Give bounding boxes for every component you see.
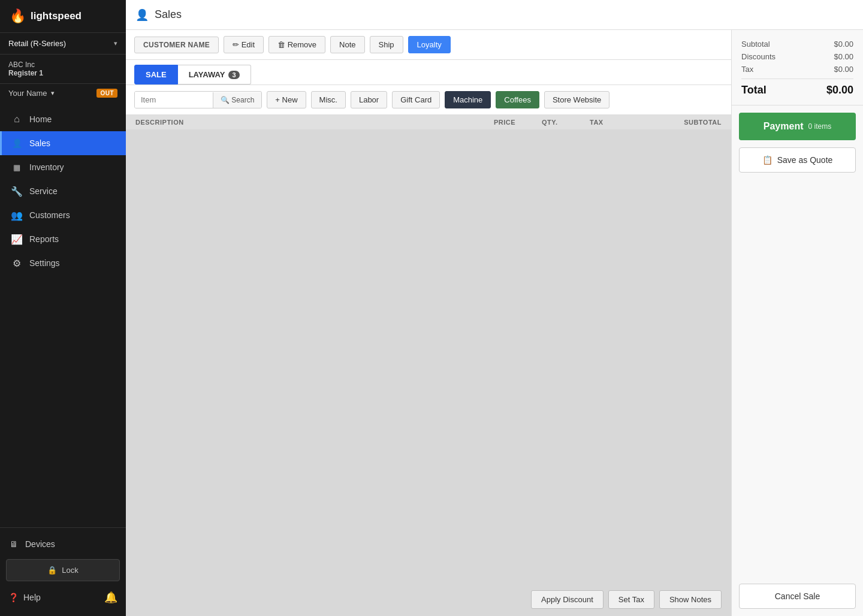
sidebar-bottom: 🖥 Devices 🔒 Lock ❓ Help 🔔 xyxy=(0,527,126,616)
subtotal-row: Subtotal $0.00 xyxy=(741,40,853,49)
set-tax-button[interactable]: Set Tax xyxy=(608,590,654,609)
devices-label: Devices xyxy=(25,539,55,549)
page-title: 👤 Sales xyxy=(135,8,182,22)
right-panel: Subtotal $0.00 Discounts $0.00 Tax $0.00… xyxy=(731,30,863,616)
tax-label: Tax xyxy=(741,65,753,74)
payment-label: Payment xyxy=(764,121,804,132)
save-quote-button[interactable]: 📋 Save as Quote xyxy=(739,147,856,173)
discounts-row: Discounts $0.00 xyxy=(741,52,853,61)
store-name: Retail (R-Series) xyxy=(8,39,66,48)
col-price: PRICE xyxy=(494,119,542,126)
right-spacer xyxy=(732,175,863,579)
note-button[interactable]: Note xyxy=(330,36,364,53)
devices-icon: 🖥 xyxy=(10,539,18,549)
sales-page-icon: 👤 xyxy=(135,8,149,22)
sidebar-help-row: ❓ Help 🔔 xyxy=(0,585,126,611)
coffees-button[interactable]: Coffees xyxy=(496,91,539,108)
content-area: CUSTOMER NAME ✏ Edit 🗑 Remove Note Ship … xyxy=(126,30,863,616)
misc-button[interactable]: Misc. xyxy=(311,91,346,108)
inventory-icon: ▦ xyxy=(11,162,22,173)
tab-sale[interactable]: SALE xyxy=(134,65,178,84)
layaway-label: LAYAWAY xyxy=(189,70,225,79)
sidebar-item-label: Home xyxy=(29,114,52,124)
payment-items-badge: 0 items xyxy=(808,122,832,131)
service-icon: 🔧 xyxy=(11,186,22,197)
sidebar-item-reports[interactable]: 📈 Reports xyxy=(0,227,126,251)
reports-icon: 📈 xyxy=(11,234,22,244)
total-value: $0.00 xyxy=(826,84,853,96)
subtotal-label: Subtotal xyxy=(741,40,770,49)
table-body xyxy=(126,129,731,583)
sidebar-item-sales[interactable]: 👤 Sales xyxy=(0,131,126,155)
sidebar-item-inventory[interactable]: ▦ Inventory xyxy=(0,155,126,179)
sidebar-item-label: Settings xyxy=(29,258,60,268)
cancel-sale-button[interactable]: Cancel Sale xyxy=(739,584,856,609)
sidebar-item-label: Reports xyxy=(29,234,59,244)
totals-section: Subtotal $0.00 Discounts $0.00 Tax $0.00… xyxy=(732,30,863,105)
lock-icon: 🔒 xyxy=(47,566,57,575)
item-input[interactable] xyxy=(135,92,213,108)
show-notes-button[interactable]: Show Notes xyxy=(659,590,722,609)
bottom-actions: Apply Discount Set Tax Show Notes xyxy=(126,583,731,616)
sidebar-item-home[interactable]: ⌂ Home xyxy=(0,107,126,131)
search-button[interactable]: 🔍 Search xyxy=(213,92,261,108)
sidebar-item-label: Sales xyxy=(29,138,50,148)
new-button[interactable]: + New xyxy=(267,91,306,108)
user-details: ABC Inc Register 1 xyxy=(8,61,43,77)
col-tax: TAX xyxy=(590,119,662,126)
sidebar-item-label: Service xyxy=(29,186,58,196)
store-selector[interactable]: Retail (R-Series) ▾ xyxy=(0,33,126,55)
notification-bell-icon[interactable]: 🔔 xyxy=(104,591,117,604)
edit-button[interactable]: ✏ Edit xyxy=(224,36,264,53)
customers-icon: 👥 xyxy=(11,210,22,221)
subtotal-value: $0.00 xyxy=(834,40,853,49)
save-quote-label: Save as Quote xyxy=(777,155,833,165)
layaway-count: 3 xyxy=(228,71,239,79)
sidebar-logo[interactable]: 🔥 lightspeed xyxy=(0,0,126,33)
machine-button[interactable]: Machine xyxy=(445,91,491,108)
out-badge: OUT xyxy=(96,89,117,98)
sidebar-item-customers[interactable]: 👥 Customers xyxy=(0,203,126,227)
logo-text: lightspeed xyxy=(31,10,82,22)
user-name-label: Your Name xyxy=(8,89,47,98)
ship-button[interactable]: Ship xyxy=(370,36,403,53)
page-title-text: Sales xyxy=(155,8,182,21)
grand-total-row: Total $0.00 xyxy=(741,78,853,96)
sidebar-user-info: ABC Inc Register 1 xyxy=(0,55,126,84)
discounts-value: $0.00 xyxy=(834,52,853,61)
discounts-label: Discounts xyxy=(741,52,776,61)
item-search-wrap: 🔍 Search xyxy=(134,91,262,108)
tab-layaway[interactable]: LAYAWAY 3 xyxy=(178,65,251,84)
tax-value: $0.00 xyxy=(834,65,853,74)
col-qty: QTY. xyxy=(542,119,590,126)
user-arrow-icon: ▾ xyxy=(51,89,55,97)
company-name: ABC Inc xyxy=(8,61,43,69)
save-quote-icon: 📋 xyxy=(762,155,773,165)
sales-icon: 👤 xyxy=(11,138,22,149)
main-area: 👤 Sales CUSTOMER NAME ✏ Edit 🗑 Remove No… xyxy=(126,0,863,616)
sidebar: 🔥 lightspeed Retail (R-Series) ▾ ABC Inc… xyxy=(0,0,126,616)
customer-bar: CUSTOMER NAME ✏ Edit 🗑 Remove Note Ship … xyxy=(126,30,731,60)
col-subtotal: SUBTOTAL xyxy=(662,119,722,126)
sidebar-nav: ⌂ Home 👤 Sales ▦ Inventory 🔧 Service 👥 C… xyxy=(0,102,126,527)
remove-button[interactable]: 🗑 Remove xyxy=(268,36,325,53)
labor-button[interactable]: Labor xyxy=(351,91,387,108)
payment-button[interactable]: Payment 0 items xyxy=(739,113,856,140)
help-icon: ❓ xyxy=(8,593,19,602)
sidebar-item-service[interactable]: 🔧 Service xyxy=(0,179,126,203)
lock-button[interactable]: 🔒 Lock xyxy=(6,559,120,581)
gift-card-button[interactable]: Gift Card xyxy=(392,91,440,108)
register-name: Register 1 xyxy=(8,69,43,77)
apply-discount-button[interactable]: Apply Discount xyxy=(531,590,604,609)
sidebar-item-label: Customers xyxy=(29,210,70,220)
tax-row: Tax $0.00 xyxy=(741,65,853,74)
help-button[interactable]: ❓ Help xyxy=(8,593,41,602)
user-name-row[interactable]: Your Name ▾ OUT xyxy=(0,84,126,102)
customer-name-button[interactable]: CUSTOMER NAME xyxy=(134,37,219,53)
sidebar-item-settings[interactable]: ⚙ Settings xyxy=(0,251,126,275)
sidebar-item-devices[interactable]: 🖥 Devices xyxy=(0,533,126,555)
sales-panel: CUSTOMER NAME ✏ Edit 🗑 Remove Note Ship … xyxy=(126,30,731,616)
lock-label: Lock xyxy=(62,566,78,575)
store-website-button[interactable]: Store Website xyxy=(544,91,609,108)
loyalty-button[interactable]: Loyalty xyxy=(408,36,451,53)
